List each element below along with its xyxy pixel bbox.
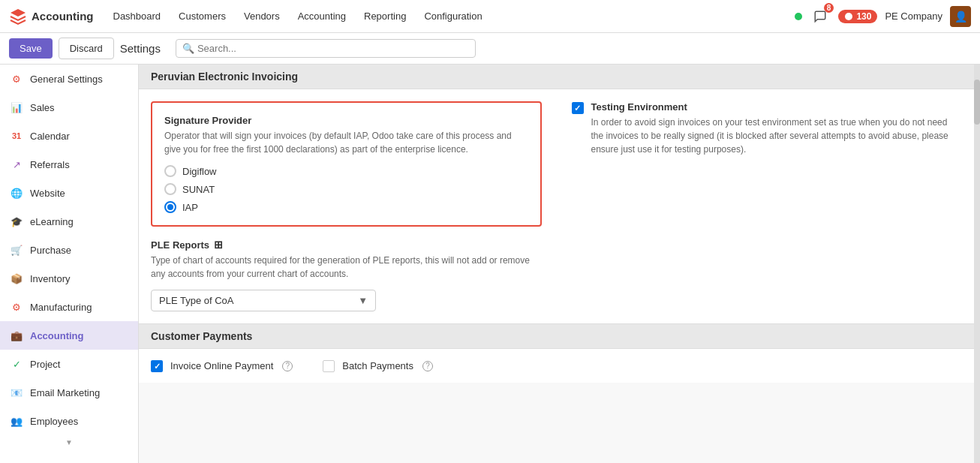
- sidebar-item-employees[interactable]: 👥 Employees: [0, 407, 138, 435]
- sidebar-label-website: Website: [30, 188, 65, 199]
- employees-icon: 👥: [9, 413, 24, 428]
- nav-customers[interactable]: Customers: [171, 8, 233, 25]
- invoice-online-payment-item: Invoice Online Payment ?: [151, 359, 293, 372]
- batch-payments-checkbox[interactable]: [323, 360, 335, 372]
- payment-row: Invoice Online Payment ? Batch Payments …: [151, 359, 962, 372]
- referrals-icon: ↗: [9, 157, 24, 172]
- calendar-icon: 31: [9, 128, 24, 143]
- sidebar-label-inventory: Inventory: [30, 273, 70, 284]
- ple-reports-section: PLE Reports ⊞ Type of chart of accounts …: [151, 239, 542, 311]
- nav-accounting[interactable]: Accounting: [290, 8, 353, 25]
- radio-circle-sunat: [164, 183, 176, 195]
- app-logo[interactable]: Accounting: [9, 8, 94, 26]
- radio-iap[interactable]: IAP: [164, 201, 528, 213]
- radio-circle-iap: [164, 201, 176, 213]
- testing-env-content: Testing Environment In order to avoid si…: [591, 101, 963, 165]
- radio-circle-digiflow: [164, 165, 176, 177]
- scrollbar-thumb[interactable]: [974, 80, 980, 125]
- discard-button[interactable]: Discard: [59, 38, 114, 59]
- status-indicator: [795, 13, 802, 20]
- radio-label-digiflow: Digiflow: [182, 166, 217, 177]
- ple-type-select[interactable]: PLE Type of CoA ▼: [151, 290, 376, 311]
- section-customer-payments-header: Customer Payments: [139, 323, 974, 349]
- sidebar-label-sales: Sales: [30, 102, 55, 113]
- section-customer-payments-title: Customer Payments: [151, 330, 252, 342]
- sidebar-label-calendar: Calendar: [30, 131, 70, 142]
- customer-payments-body: Invoice Online Payment ? Batch Payments …: [139, 349, 974, 383]
- ple-reports-desc: Type of chart of accounts required for t…: [151, 254, 542, 281]
- ple-reports-label: PLE Reports: [151, 239, 209, 251]
- user-avatar[interactable]: 👤: [950, 6, 971, 27]
- invoice-help-icon[interactable]: ?: [282, 361, 293, 371]
- sidebar-label-manufacturing: Manufacturing: [30, 302, 92, 313]
- search-icon: 🔍: [182, 43, 194, 54]
- toolbar: Save Discard Settings 🔍: [0, 33, 980, 65]
- vertical-scrollbar[interactable]: [974, 65, 980, 463]
- search-box: 🔍: [176, 39, 476, 58]
- sidebar-label-accounting: Accounting: [30, 330, 84, 341]
- sidebar-label-employees: Employees: [30, 416, 78, 427]
- testing-env-checkbox[interactable]: [572, 102, 584, 114]
- sidebar-item-elearning[interactable]: 🎓 eLearning: [0, 207, 138, 236]
- testing-env-row: Testing Environment In order to avoid si…: [572, 101, 963, 165]
- nav-right: 8 130 PE Company 👤: [795, 6, 971, 27]
- sidebar-item-inventory[interactable]: 📦 Inventory: [0, 264, 138, 293]
- testing-env-desc: In order to avoid sign invoices on your …: [591, 116, 963, 156]
- sidebar-item-calendar[interactable]: 31 Calendar: [0, 122, 138, 150]
- ple-label-row: PLE Reports ⊞: [151, 239, 542, 251]
- nav-reporting[interactable]: Reporting: [356, 8, 413, 25]
- ple-select-label: PLE Type of CoA: [159, 295, 234, 306]
- purchase-icon: 🛒: [9, 242, 24, 257]
- nav-items: Dashboard Customers Vendors Accounting R…: [106, 8, 795, 25]
- sales-icon: 📊: [9, 100, 24, 115]
- sig-provider-label: Signature Provider: [164, 115, 528, 126]
- signature-provider-box: Signature Provider Operator that will si…: [151, 101, 542, 227]
- sig-provider-radio-group: Digiflow SUNAT IAP: [164, 165, 528, 213]
- company-name: PE Company: [885, 11, 942, 22]
- timer-button[interactable]: 130: [838, 10, 877, 23]
- email-marketing-icon: 📧: [9, 385, 24, 400]
- radio-label-iap: IAP: [182, 202, 198, 213]
- radio-digiflow[interactable]: Digiflow: [164, 165, 528, 177]
- sidebar-label-elearning: eLearning: [30, 216, 74, 227]
- sidebar-item-purchase[interactable]: 🛒 Purchase: [0, 236, 138, 264]
- col-left: Signature Provider Operator that will si…: [151, 101, 542, 311]
- select-arrow-icon: ▼: [358, 295, 368, 306]
- general-settings-icon: ⚙: [9, 71, 24, 86]
- notification-button[interactable]: 8: [810, 6, 831, 27]
- content-area: Peruvian Electronic Invoicing Signature …: [139, 65, 974, 463]
- nav-dashboard[interactable]: Dashboard: [106, 8, 169, 25]
- main-area: ⚙ General Settings 📊 Sales 31 Calendar ↗…: [0, 65, 980, 463]
- top-nav: Accounting Dashboard Customers Vendors A…: [0, 0, 980, 33]
- section-peruvian-header: Peruvian Electronic Invoicing: [139, 65, 974, 89]
- radio-label-sunat: SUNAT: [182, 184, 215, 195]
- sidebar-item-referrals[interactable]: ↗ Referrals: [0, 150, 138, 179]
- nav-configuration[interactable]: Configuration: [416, 8, 489, 25]
- sidebar-label-referrals: Referrals: [30, 159, 70, 170]
- sidebar-item-manufacturing[interactable]: ⚙ Manufacturing: [0, 293, 138, 321]
- invoice-online-payment-checkbox[interactable]: [151, 360, 163, 372]
- sidebar-scroll-indicator: ▼: [0, 435, 138, 449]
- save-button[interactable]: Save: [9, 38, 53, 59]
- sidebar-item-general-settings[interactable]: ⚙ General Settings: [0, 65, 138, 93]
- sidebar-label-purchase: Purchase: [30, 245, 71, 256]
- batch-payments-item: Batch Payments ?: [323, 359, 433, 372]
- sidebar-item-project[interactable]: ✓ Project: [0, 350, 138, 378]
- sig-provider-desc: Operator that will sign your invoices (b…: [164, 129, 528, 156]
- notification-badge: 8: [824, 3, 834, 13]
- grid-icon: ⊞: [214, 239, 223, 251]
- sidebar-item-accounting[interactable]: 💼 Accounting: [0, 321, 138, 350]
- section-peruvian-title: Peruvian Electronic Invoicing: [151, 71, 298, 83]
- sidebar-item-email-marketing[interactable]: 📧 Email Marketing: [0, 378, 138, 407]
- project-icon: ✓: [9, 356, 24, 371]
- invoice-online-payment-label: Invoice Online Payment: [170, 360, 273, 371]
- search-input[interactable]: [197, 43, 469, 54]
- testing-env-label: Testing Environment: [591, 101, 963, 113]
- website-icon: 🌐: [9, 185, 24, 200]
- radio-sunat[interactable]: SUNAT: [164, 183, 528, 195]
- sidebar-item-website[interactable]: 🌐 Website: [0, 179, 138, 207]
- nav-vendors[interactable]: Vendors: [236, 8, 287, 25]
- batch-help-icon[interactable]: ?: [422, 361, 433, 371]
- elearning-icon: 🎓: [9, 214, 24, 229]
- sidebar-item-sales[interactable]: 📊 Sales: [0, 93, 138, 122]
